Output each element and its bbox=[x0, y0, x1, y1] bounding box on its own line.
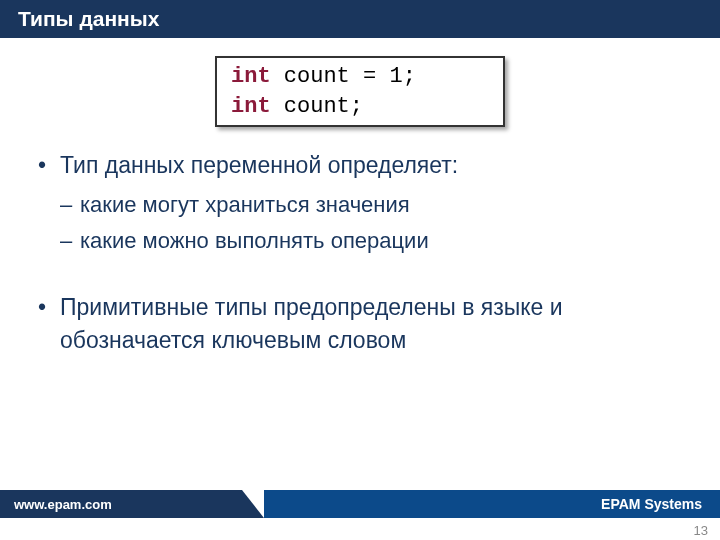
footer-company: EPAM Systems bbox=[601, 496, 702, 512]
slide-title-bar: Типы данных bbox=[0, 0, 720, 38]
code-line-2: int count; bbox=[231, 92, 489, 122]
code-rest-1: count = 1; bbox=[271, 64, 416, 89]
code-example-box: int count = 1; int count; bbox=[215, 56, 505, 127]
list-item: Примитивные типы предопределены в языке … bbox=[38, 291, 682, 358]
bullet-text: Примитивные типы предопределены в языке … bbox=[60, 294, 563, 353]
footer-bar: www.epam.com EPAM Systems bbox=[0, 490, 720, 518]
bullet-text: какие могут храниться значения bbox=[80, 192, 410, 217]
footer-right: EPAM Systems bbox=[264, 490, 720, 518]
slide-title: Типы данных bbox=[18, 7, 159, 30]
list-item: Тип данных переменной определяет: какие … bbox=[38, 149, 682, 256]
page-number: 13 bbox=[694, 523, 708, 538]
footer-divider-triangle bbox=[242, 490, 264, 518]
footer-left: www.epam.com bbox=[0, 490, 242, 518]
list-item: какие могут храниться значения bbox=[60, 189, 682, 221]
footer-url: www.epam.com bbox=[14, 497, 112, 512]
bullet-text: Тип данных переменной определяет: bbox=[60, 152, 458, 178]
slide-body: Тип данных переменной определяет: какие … bbox=[0, 127, 720, 357]
bullet-text: какие можно выполнять операции bbox=[80, 228, 429, 253]
bullet-list: Тип данных переменной определяет: какие … bbox=[38, 149, 682, 357]
keyword-int: int bbox=[231, 64, 271, 89]
code-line-1: int count = 1; bbox=[231, 62, 489, 92]
list-item: какие можно выполнять операции bbox=[60, 225, 682, 257]
sub-bullet-list: какие могут храниться значения какие мож… bbox=[60, 189, 682, 257]
code-rest-2: count; bbox=[271, 94, 363, 119]
keyword-int: int bbox=[231, 94, 271, 119]
